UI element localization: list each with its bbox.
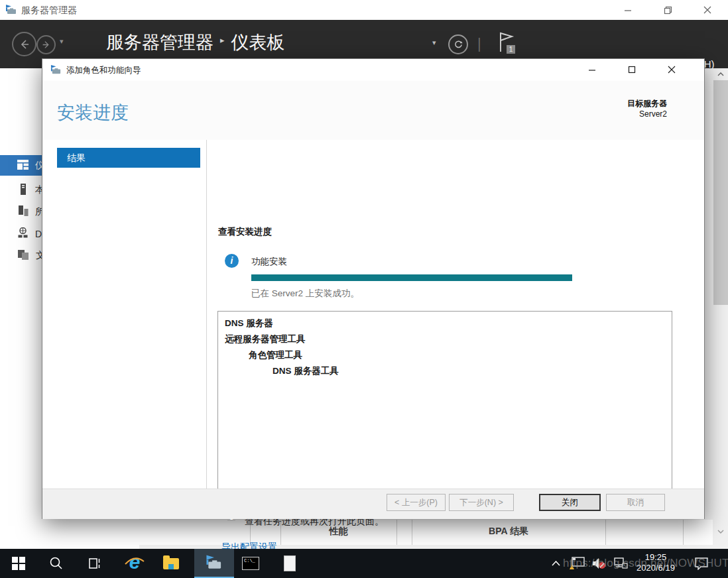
wizard-step-results[interactable]: 结果 (57, 148, 200, 168)
window-minimize-button[interactable] (613, 0, 643, 20)
all-servers-icon (17, 205, 29, 218)
back-button[interactable] (12, 32, 36, 56)
dns-icon (17, 227, 29, 240)
dialog-close-button[interactable] (656, 60, 687, 80)
page-title: 安装进度 (57, 101, 129, 125)
notepad-button[interactable] (275, 549, 304, 578)
breadcrumb-current[interactable]: 仪表板 (231, 30, 285, 54)
dialog-titlebar: 添加角色和功能向导 (42, 59, 704, 81)
dialog-body: 结果 查看安装进度 i 功能安装 已在 Server2 上安装成功。 DNS 服… (42, 140, 704, 489)
command-prompt-button[interactable]: C:\_ (236, 549, 265, 578)
window-restore-button[interactable] (652, 0, 683, 20)
install-status-text: 已在 Server2 上安装成功。 (251, 288, 359, 300)
info-icon: i (225, 254, 239, 268)
cancel-button[interactable]: 取消 (606, 494, 665, 511)
scrollbar-thumb[interactable] (713, 80, 728, 305)
list-item: DNS 服务器 (225, 316, 665, 331)
dialog-footer: < 上一步(P) 下一步(N) > 关闭 取消 (42, 489, 704, 519)
wizard-nav-divider (206, 140, 207, 489)
notifications-flag-button[interactable]: 1 (496, 30, 518, 57)
local-server-icon (17, 184, 29, 197)
server-manager-icon (206, 554, 223, 571)
vertical-scrollbar[interactable] (713, 68, 728, 538)
server-manager-app-icon (5, 4, 17, 19)
refresh-button[interactable] (448, 34, 468, 54)
scrollbar-up-button[interactable] (713, 68, 728, 80)
forward-button[interactable] (36, 35, 56, 54)
dialog-header: 安装进度 目标服务器 Server2 (42, 81, 704, 140)
installed-features-list[interactable]: DNS 服务器 远程服务器管理工具 角色管理工具 DNS 服务器工具 (217, 311, 672, 489)
target-server-label: 目标服务器 (627, 98, 667, 109)
search-button[interactable] (42, 549, 71, 578)
dashboard-grid-icon (17, 160, 29, 172)
file-storage-icon (17, 249, 29, 262)
scrollbar-down-button[interactable] (713, 526, 728, 538)
server-caret-icon[interactable]: ▾ (432, 38, 436, 47)
next-button[interactable]: 下一步(N) > (449, 494, 514, 511)
target-server-block: 目标服务器 Server2 (627, 98, 667, 119)
window-title: 服务器管理器 (21, 5, 77, 17)
previous-button[interactable]: < 上一步(P) (387, 494, 446, 511)
list-item: DNS 服务器工具 (225, 363, 665, 379)
add-roles-features-wizard-dialog: 添加角色和功能向导 安装进度 目标服务器 Server2 结果 查看安装进度 i… (42, 58, 705, 519)
target-server-value: Server2 (627, 109, 667, 119)
document-icon (284, 555, 296, 571)
notification-count-badge: 1 (509, 46, 513, 53)
wizard-app-icon (50, 64, 62, 78)
breadcrumb-root[interactable]: 服务器管理器 (106, 30, 213, 54)
server-manager-taskbar-button[interactable] (194, 549, 234, 578)
navbar-divider: | (477, 35, 481, 52)
dialog-maximize-button[interactable] (617, 60, 647, 80)
close-button[interactable]: 关闭 (539, 494, 601, 511)
install-progress-fill (251, 274, 572, 281)
start-button[interactable] (4, 549, 33, 578)
csdn-watermark: https://blog.csdn.net/NOWSHUT (563, 557, 728, 570)
server-manager-titlebar: 服务器管理器 (0, 0, 728, 20)
window-close-button[interactable] (692, 0, 723, 20)
file-explorer-button[interactable] (156, 549, 186, 578)
tray-expand-button[interactable] (546, 549, 565, 578)
feature-install-label: 功能安装 (251, 256, 287, 268)
sidebar-item-label: D (35, 229, 42, 239)
section-title: 查看安装进度 (218, 226, 272, 238)
task-view-button[interactable] (80, 549, 109, 578)
list-item: 远程服务器管理工具 (225, 331, 665, 347)
dialog-title: 添加角色和功能向导 (66, 65, 141, 76)
folder-icon (163, 558, 179, 569)
history-caret-icon[interactable]: ▾ (60, 37, 64, 46)
dialog-minimize-button[interactable] (577, 60, 607, 80)
breadcrumb-separator-icon: ▸ (220, 35, 225, 45)
install-progress-bar (251, 274, 572, 281)
breadcrumb: 服务器管理器 ▸ 仪表板 (106, 30, 285, 54)
tile-divider (683, 520, 684, 545)
list-item: 角色管理工具 (225, 347, 665, 363)
internet-explorer-button[interactable]: e (120, 549, 149, 578)
cmd-icon: C:\_ (242, 557, 259, 570)
